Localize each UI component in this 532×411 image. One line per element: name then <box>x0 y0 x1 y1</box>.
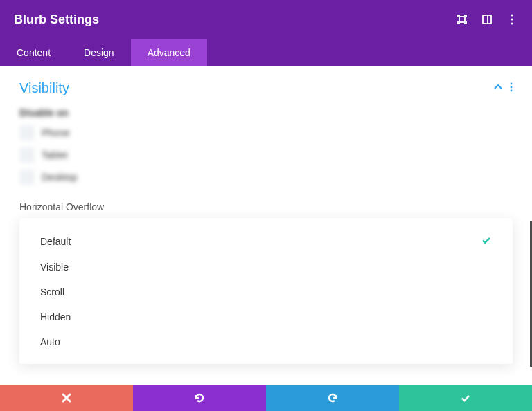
svg-rect-0 <box>459 17 465 22</box>
cancel-button[interactable] <box>0 385 133 411</box>
tab-content[interactable]: Content <box>0 39 67 66</box>
check-icon <box>481 235 492 248</box>
undo-button[interactable] <box>133 385 266 411</box>
option-scroll[interactable]: Scroll <box>19 280 513 304</box>
panel-icon[interactable] <box>481 13 493 26</box>
tab-bar: Content Design Advanced <box>0 39 532 66</box>
option-auto-label: Auto <box>40 336 60 347</box>
svg-point-6 <box>511 82 513 84</box>
disable-on-group: Disable on Phone Tablet Desktop <box>19 107 513 185</box>
disable-desktop-row[interactable]: Desktop <box>19 170 513 185</box>
option-visible[interactable]: Visible <box>19 255 513 280</box>
content-area: Visibility Disable on Phone Tablet Deskt… <box>0 66 532 385</box>
settings-header: Blurb Settings <box>0 0 532 39</box>
option-hidden[interactable]: Hidden <box>19 304 513 329</box>
tab-advanced[interactable]: Advanced <box>131 39 207 66</box>
section-controls <box>493 82 513 95</box>
svg-point-5 <box>511 22 513 24</box>
checkbox-icon[interactable] <box>19 170 35 185</box>
disable-phone-label: Phone <box>42 127 69 138</box>
checkbox-icon[interactable] <box>19 147 35 163</box>
option-visible-label: Visible <box>40 262 69 273</box>
expand-icon[interactable] <box>456 13 468 26</box>
more-vert-icon[interactable] <box>506 13 518 26</box>
svg-rect-1 <box>483 15 491 24</box>
horizontal-overflow-label: Horizontal Overflow <box>19 201 513 212</box>
section-header: Visibility <box>19 80 513 96</box>
option-hidden-label: Hidden <box>40 311 71 322</box>
disable-desktop-label: Desktop <box>42 172 77 183</box>
header-icons <box>456 13 518 26</box>
svg-point-7 <box>511 86 513 88</box>
checkbox-icon[interactable] <box>19 125 35 140</box>
disable-on-label: Disable on <box>19 107 513 118</box>
chevron-up-icon[interactable] <box>493 82 503 95</box>
svg-point-4 <box>511 18 513 20</box>
redo-button[interactable] <box>266 385 399 411</box>
section-more-icon[interactable] <box>510 82 513 95</box>
tab-design[interactable]: Design <box>67 39 131 66</box>
save-button[interactable] <box>399 385 532 411</box>
overflow-dropdown: Default Visible Scroll Hidden Auto <box>19 218 513 364</box>
option-default[interactable]: Default <box>19 228 513 255</box>
disable-tablet-row[interactable]: Tablet <box>19 147 513 163</box>
section-title[interactable]: Visibility <box>19 80 69 96</box>
header-title: Blurb Settings <box>14 12 99 27</box>
footer-actions <box>0 385 532 411</box>
option-default-label: Default <box>40 236 71 247</box>
svg-point-3 <box>511 14 513 16</box>
option-scroll-label: Scroll <box>40 286 64 298</box>
svg-point-8 <box>511 89 513 91</box>
option-auto[interactable]: Auto <box>19 329 513 354</box>
disable-tablet-label: Tablet <box>42 149 67 161</box>
disable-phone-row[interactable]: Phone <box>19 125 513 140</box>
